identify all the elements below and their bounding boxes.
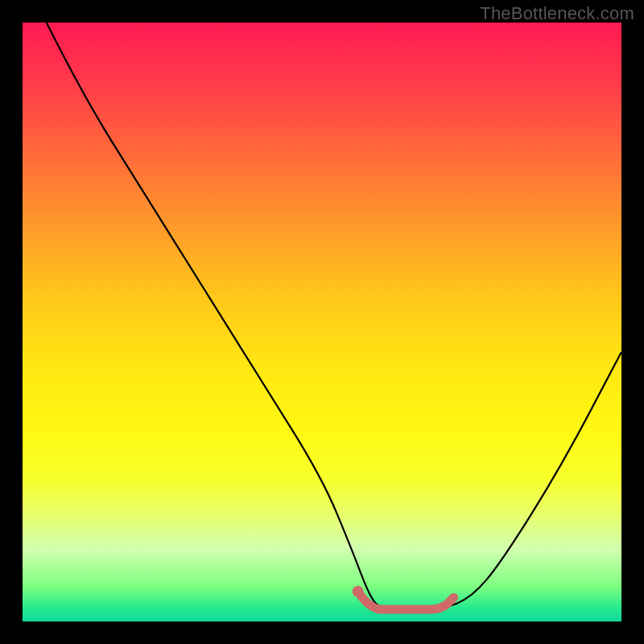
chart-svg — [23, 23, 621, 621]
chart-plot-area — [23, 23, 621, 621]
highlight-segment-line — [358, 592, 454, 609]
highlight-dot — [353, 586, 364, 597]
watermark-text: TheBottleneck.com — [480, 3, 634, 24]
bottleneck-curve-line — [47, 23, 621, 609]
